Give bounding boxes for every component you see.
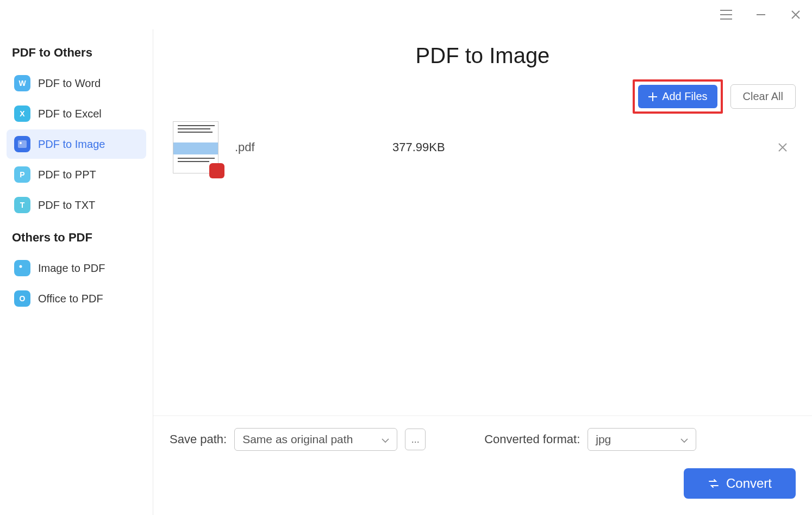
sidebar-item-pdf-to-excel[interactable]: X PDF to Excel: [7, 99, 146, 128]
word-icon: W: [14, 75, 30, 91]
convert-button[interactable]: Convert: [684, 468, 796, 499]
browse-path-button[interactable]: ...: [405, 429, 426, 450]
file-row: .pdf 377.99KB: [170, 115, 796, 180]
image-icon: [14, 260, 30, 276]
hamburger-menu-icon[interactable]: [716, 5, 736, 24]
plus-icon: [648, 92, 658, 102]
sidebar-item-label: PDF to PPT: [38, 169, 96, 181]
sidebar-item-label: PDF to Excel: [38, 108, 102, 120]
sidebar-item-label: Office to PDF: [38, 293, 103, 305]
sidebar-item-office-to-pdf[interactable]: O Office to PDF: [7, 284, 146, 313]
file-thumbnail: [173, 121, 218, 173]
sidebar-item-label: PDF to Image: [38, 138, 105, 151]
file-list: .pdf 377.99KB: [153, 73, 812, 416]
page-title: PDF to Image: [170, 44, 796, 68]
converted-format-value: jpg: [596, 433, 611, 446]
close-icon[interactable]: [786, 5, 805, 24]
bottom-bar: Save path: Same as original path ... Con…: [153, 416, 812, 515]
save-path-label: Save path:: [170, 432, 227, 446]
chevron-down-icon: [680, 433, 688, 446]
sidebar-item-label: PDF to TXT: [38, 199, 95, 212]
excel-icon: X: [14, 106, 30, 122]
file-name: .pdf: [235, 140, 376, 154]
sidebar: PDF to Others W PDF to Word X PDF to Exc…: [0, 29, 153, 515]
svg-point-2: [20, 265, 22, 268]
txt-icon: T: [14, 197, 30, 213]
svg-point-1: [20, 142, 22, 144]
sidebar-item-pdf-to-word[interactable]: W PDF to Word: [7, 69, 146, 98]
remove-file-icon[interactable]: [773, 138, 792, 157]
chevron-down-icon: [382, 433, 389, 446]
file-size: 377.99KB: [392, 140, 512, 154]
save-path-select[interactable]: Same as original path: [234, 428, 397, 451]
add-files-highlight: Add Files: [633, 79, 722, 114]
sidebar-item-label: PDF to Word: [38, 77, 101, 90]
image-icon: [14, 136, 30, 152]
minimize-icon[interactable]: [751, 5, 771, 24]
sidebar-section-pdf-to-others: PDF to Others: [3, 36, 149, 67]
sidebar-item-label: Image to PDF: [38, 262, 105, 275]
add-files-button[interactable]: Add Files: [638, 85, 717, 108]
sidebar-item-pdf-to-ppt[interactable]: P PDF to PPT: [7, 160, 146, 189]
add-files-label: Add Files: [662, 90, 707, 103]
sidebar-section-others-to-pdf: Others to PDF: [3, 221, 149, 252]
titlebar: [0, 0, 812, 29]
convert-icon: [708, 478, 720, 489]
converted-format-label: Converted format:: [484, 432, 580, 446]
office-icon: O: [14, 290, 30, 307]
sidebar-item-pdf-to-txt[interactable]: T PDF to TXT: [7, 190, 146, 220]
sidebar-item-image-to-pdf[interactable]: Image to PDF: [7, 253, 146, 283]
sidebar-item-pdf-to-image[interactable]: PDF to Image: [7, 129, 146, 159]
svg-rect-0: [18, 140, 27, 148]
save-path-value: Same as original path: [242, 433, 353, 446]
ppt-icon: P: [14, 166, 30, 183]
clear-all-button[interactable]: Clear All: [730, 84, 796, 109]
converted-format-select[interactable]: jpg: [588, 428, 696, 451]
main-panel: PDF to Image Add Files Clear All .pdf 37…: [153, 29, 812, 515]
convert-label: Convert: [726, 476, 772, 491]
